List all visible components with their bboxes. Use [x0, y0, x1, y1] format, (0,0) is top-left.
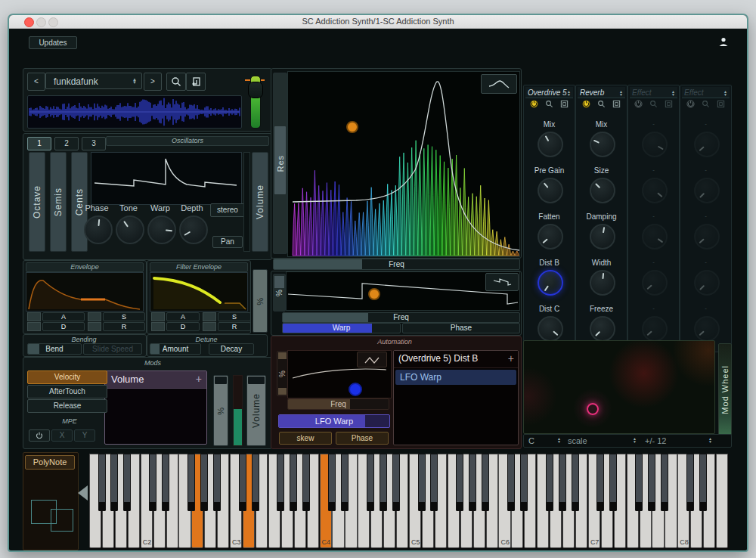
- fx-knob-2[interactable]: [694, 224, 720, 250]
- oscillator-tab-1[interactable]: 1: [27, 137, 51, 150]
- envelope-d-slider[interactable]: D: [42, 322, 85, 331]
- fx-search-icon[interactable]: [702, 100, 710, 110]
- automation-list[interactable]: (Overdrive 5) Dist B + LFO Warp: [393, 350, 519, 445]
- oscillator-tab-3[interactable]: 3: [82, 137, 106, 150]
- scale-range-selector[interactable]: +/- 12: [645, 436, 666, 445]
- key-C#3[interactable]: [239, 454, 246, 511]
- polynote-button[interactable]: PolyNote: [25, 455, 75, 470]
- fx-knob-mix[interactable]: [538, 132, 563, 157]
- oscillator-tab-2[interactable]: 2: [54, 137, 79, 150]
- key-F#2[interactable]: [187, 454, 195, 511]
- key-F#4[interactable]: [367, 454, 374, 511]
- key-G#7[interactable]: [648, 454, 655, 511]
- key-D#5[interactable]: [430, 454, 438, 511]
- mods-volume-slider[interactable]: Volume: [246, 375, 266, 446]
- key-C#8[interactable]: [686, 454, 694, 511]
- preset-save-icon[interactable]: [186, 73, 206, 91]
- key-D#8[interactable]: [699, 454, 707, 511]
- filter-envelope-d-value[interactable]: [151, 322, 165, 331]
- preset-next-button[interactable]: >: [144, 73, 162, 91]
- fx-panel-icon[interactable]: [717, 100, 725, 110]
- fx-power-icon[interactable]: [582, 100, 590, 110]
- automation-handle[interactable]: [349, 383, 362, 396]
- fx-knob-0[interactable]: [694, 132, 720, 157]
- key-G#3[interactable]: [290, 454, 297, 511]
- keyboard[interactable]: C2C3C4C5C6C7C8: [89, 454, 729, 549]
- fx-knob-4[interactable]: [694, 316, 720, 342]
- key-A#4[interactable]: [392, 454, 400, 511]
- automation-add-icon[interactable]: +: [508, 352, 514, 364]
- user-icon[interactable]: [718, 36, 729, 47]
- fx-search-icon[interactable]: [649, 100, 658, 110]
- fx-knob-damping[interactable]: [590, 224, 615, 250]
- fx-knob-mix[interactable]: [590, 132, 615, 157]
- slide-speed-slider[interactable]: Slide Speed: [83, 343, 142, 355]
- fx-search-icon[interactable]: [545, 100, 553, 110]
- oscillator-volume-slider[interactable]: Volume: [252, 152, 268, 252]
- bend-slider[interactable]: Bend: [27, 343, 82, 355]
- lfo-amount-slider[interactable]: %: [273, 274, 286, 312]
- stereo-selector[interactable]: stereo: [210, 203, 245, 217]
- fx-panel-icon[interactable]: [560, 100, 569, 110]
- mods-velocity-button[interactable]: Velocity: [27, 370, 107, 384]
- automation-skew-button[interactable]: skew: [279, 432, 332, 445]
- oscillator-depth-knob[interactable]: [179, 215, 208, 244]
- filter-type-icon[interactable]: [481, 74, 517, 94]
- fx-selector-2[interactable]: Reverb▲▼: [578, 87, 625, 98]
- automation-list-item[interactable]: LFO Warp: [400, 372, 442, 383]
- fx-knob-1[interactable]: [642, 178, 668, 203]
- filter-res-slider[interactable]: Res: [273, 73, 287, 254]
- fx-panel-icon[interactable]: [665, 100, 673, 110]
- key-A#5[interactable]: [482, 454, 489, 511]
- key-C#6[interactable]: [507, 454, 515, 511]
- key-D#6[interactable]: [520, 454, 528, 511]
- key-G#2[interactable]: [200, 454, 208, 511]
- key-F#3[interactable]: [277, 454, 284, 511]
- oscillator-warp-knob[interactable]: [147, 215, 176, 244]
- automation-assign-button[interactable]: LFO Warp: [278, 414, 390, 428]
- fx-selector-4[interactable]: Effect▲▼: [682, 87, 730, 98]
- mods-list[interactable]: Volume +: [104, 370, 207, 445]
- oscillator-semis-slider[interactable]: Semis: [50, 152, 67, 252]
- key-F#6[interactable]: [546, 454, 553, 511]
- envelope-a-value[interactable]: [27, 312, 41, 321]
- automation-amount-slider[interactable]: %: [277, 351, 288, 396]
- polynote-cell-2[interactable]: [51, 509, 73, 532]
- fx-knob-1[interactable]: [694, 178, 720, 203]
- key-G#1[interactable]: [110, 454, 118, 511]
- key-C#4[interactable]: [328, 454, 336, 511]
- automation-shape-icon[interactable]: [357, 352, 387, 367]
- fx-knob-freeze[interactable]: [590, 316, 615, 342]
- detune-amount-slider[interactable]: Amount: [150, 343, 201, 355]
- fx-selector-3[interactable]: Effect▲▼: [630, 87, 677, 98]
- key-C#2[interactable]: [149, 454, 156, 511]
- key-A#7[interactable]: [661, 454, 668, 511]
- filter-envelope-amount-slider[interactable]: %: [253, 269, 268, 333]
- filter-envelope-s-slider[interactable]: S: [218, 312, 251, 321]
- key-G#5[interactable]: [469, 454, 476, 511]
- fx-knob-4[interactable]: [642, 316, 668, 342]
- key-G#4[interactable]: [380, 454, 387, 511]
- mpe-y-button[interactable]: Y: [74, 429, 95, 442]
- filter-envelope-display[interactable]: [150, 272, 248, 312]
- fx-selector-1[interactable]: Overdrive 5▲▼: [525, 87, 573, 98]
- preset-prev-button[interactable]: <: [27, 73, 45, 91]
- pan-button[interactable]: Pan: [212, 236, 243, 248]
- filter-envelope-r-slider[interactable]: R: [218, 322, 251, 331]
- key-F8[interactable]: [716, 454, 728, 548]
- key-D#4[interactable]: [341, 454, 349, 511]
- oscillator-wave-display[interactable]: [91, 152, 242, 205]
- key-C#7[interactable]: [596, 454, 604, 511]
- fx-knob-pre-gain[interactable]: [538, 178, 563, 203]
- fx-power-icon[interactable]: [530, 100, 538, 110]
- lfo-phase-slider[interactable]: Phase: [402, 323, 520, 333]
- titlebar[interactable]: SC Addiction Synth/1-SC Addiction Synth: [9, 15, 747, 29]
- key-A#3[interactable]: [302, 454, 310, 511]
- key-A#6[interactable]: [572, 454, 579, 511]
- detune-decay-slider[interactable]: Decay: [209, 343, 254, 355]
- key-F#7[interactable]: [635, 454, 643, 511]
- key-F#5[interactable]: [456, 454, 463, 511]
- fx-knob-fatten[interactable]: [538, 224, 563, 250]
- fx-knob-0[interactable]: [642, 132, 668, 157]
- automation-freq-slider[interactable]: Freq: [287, 398, 389, 410]
